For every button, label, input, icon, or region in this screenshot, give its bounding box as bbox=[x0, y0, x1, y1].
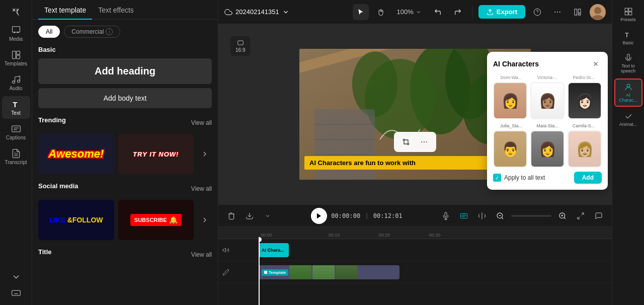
comment-btn[interactable] bbox=[592, 209, 606, 223]
ai-char-img-2: 👩🏽 bbox=[531, 83, 564, 118]
ai-char-card-6[interactable]: 👩🏼 bbox=[568, 130, 602, 168]
svg-point-67 bbox=[627, 84, 630, 87]
svg-rect-5 bbox=[16, 55, 20, 59]
playhead[interactable] bbox=[259, 239, 260, 305]
sidebar-item-logo[interactable] bbox=[2, 4, 30, 20]
sidebar-item-audio[interactable]: Audio bbox=[2, 71, 30, 94]
animate-label: Animat... bbox=[619, 122, 637, 127]
trending-card-2[interactable]: TRY IT NOW! bbox=[118, 134, 194, 174]
redo-btn[interactable] bbox=[450, 4, 466, 20]
comment-icon bbox=[595, 212, 603, 220]
sidebar-item-transcript[interactable]: Transcript bbox=[2, 145, 30, 168]
import-btn[interactable] bbox=[243, 209, 257, 223]
trending-grid: Awesome! TRY IT NOW! bbox=[38, 134, 212, 174]
title-section-title: Title bbox=[38, 248, 52, 256]
social-next-arrow[interactable] bbox=[198, 200, 212, 240]
ai-panel-close-btn[interactable] bbox=[590, 58, 602, 70]
aspect-ratio-btn[interactable]: 16:9 bbox=[230, 36, 250, 56]
right-sidebar-tts[interactable]: Text to speech bbox=[614, 50, 642, 77]
undo-btn[interactable] bbox=[430, 4, 446, 20]
ai-char-names-row2: Julia_Sta... Maia-Sta... Camila-S... bbox=[493, 123, 602, 128]
svg-rect-26 bbox=[578, 9, 581, 13]
trending-card-1[interactable]: Awesome! bbox=[38, 134, 114, 174]
pencil-icon bbox=[222, 269, 229, 276]
add-body-btn[interactable]: Add body text bbox=[38, 88, 212, 108]
ai-char-img-3: 👩🏻 bbox=[569, 83, 601, 118]
track-label-pencil bbox=[218, 261, 259, 283]
zoom-in-btn[interactable] bbox=[555, 209, 570, 223]
social-card-2[interactable]: SUBSCRIBE 🔔 bbox=[118, 200, 194, 240]
svg-point-22 bbox=[554, 12, 555, 13]
crop-btn[interactable] bbox=[399, 135, 413, 149]
right-sidebar-presets[interactable]: Presets bbox=[614, 4, 642, 25]
social-view-all[interactable]: View all bbox=[191, 185, 212, 192]
right-sidebar-basic[interactable]: T Basic bbox=[614, 27, 642, 48]
export-btn[interactable]: Export bbox=[478, 5, 525, 19]
template-clip[interactable]: Template bbox=[259, 265, 399, 279]
apply-all-row[interactable]: ✓ Apply to all text bbox=[493, 174, 545, 182]
mic-btn[interactable] bbox=[439, 209, 453, 223]
right-sidebar-ai-chars[interactable]: AI Charac... bbox=[614, 79, 642, 107]
sidebar-media-label: Media bbox=[9, 36, 23, 42]
select-tool-btn[interactable] bbox=[353, 4, 369, 20]
play-btn[interactable] bbox=[311, 208, 327, 224]
ai-char-card-4[interactable]: 👨 bbox=[493, 130, 527, 168]
char-name-5: Maia-Sta... bbox=[530, 123, 565, 128]
add-heading-btn[interactable]: Add heading bbox=[38, 58, 212, 84]
zoom-out-btn[interactable] bbox=[493, 209, 507, 223]
layout-btn[interactable] bbox=[570, 4, 586, 20]
canvas-more-icon bbox=[420, 138, 428, 146]
basic-section-title: Basic bbox=[38, 46, 212, 53]
basic-label: Basic bbox=[622, 40, 633, 45]
sidebar-item-templates[interactable]: Templates bbox=[2, 47, 30, 69]
ai-clip[interactable]: AI Chara... bbox=[259, 243, 289, 257]
apply-all-checkbox[interactable]: ✓ bbox=[493, 174, 501, 182]
import-icon bbox=[246, 212, 254, 220]
trending-next-arrow[interactable] bbox=[198, 134, 212, 174]
timeline-controls: 00:00:00 | 00:12:01 bbox=[218, 205, 612, 227]
ai-add-btn[interactable]: Add bbox=[574, 172, 602, 184]
right-sidebar-animate[interactable]: Animat... bbox=[614, 109, 642, 130]
svg-line-58 bbox=[581, 213, 584, 215]
help-btn[interactable] bbox=[529, 4, 545, 20]
zoom-control[interactable]: 100% bbox=[393, 8, 426, 16]
filter-commercial-btn[interactable]: Commercial i bbox=[64, 26, 120, 38]
project-name[interactable]: 202402141351 bbox=[224, 8, 289, 16]
split-btn[interactable] bbox=[475, 209, 489, 223]
import-arrow-btn[interactable] bbox=[261, 209, 275, 223]
zoom-slider[interactable] bbox=[511, 215, 551, 217]
filter-all-btn[interactable]: All bbox=[38, 26, 60, 38]
ai-char-card-1[interactable]: 👩 bbox=[493, 82, 527, 119]
sidebar-keyboard-btn[interactable] bbox=[2, 285, 30, 301]
delete-icon bbox=[227, 212, 235, 220]
export-icon bbox=[487, 9, 494, 16]
title-view-all[interactable]: View all bbox=[191, 251, 212, 258]
more-btn[interactable] bbox=[549, 4, 566, 20]
social-card-1[interactable]: LIKE &FOLLOW bbox=[38, 200, 114, 240]
canvas-area: 16:9 bbox=[218, 24, 612, 204]
sidebar-item-media[interactable]: Media bbox=[2, 22, 30, 45]
avatar[interactable] bbox=[590, 4, 606, 20]
ai-char-card-3[interactable]: 👩🏻 bbox=[568, 82, 602, 119]
tab-text-effects[interactable]: Text effects bbox=[92, 0, 140, 19]
track-label-volume bbox=[218, 239, 259, 261]
delete-clip-btn[interactable] bbox=[224, 209, 238, 223]
ai-char-card-2[interactable]: 👩🏽 bbox=[530, 82, 565, 119]
fullscreen-btn[interactable] bbox=[574, 209, 588, 223]
sidebar-item-text[interactable]: T Text bbox=[2, 96, 30, 119]
captions-btn[interactable] bbox=[457, 209, 471, 223]
canvas-more-btn[interactable] bbox=[417, 135, 431, 149]
hand-tool-btn[interactable] bbox=[373, 4, 389, 20]
crop-icon bbox=[402, 138, 410, 146]
sidebar-item-captions[interactable]: Captions bbox=[2, 121, 30, 143]
svg-text:T: T bbox=[13, 100, 17, 109]
hand-icon bbox=[377, 8, 385, 16]
sidebar-expand-btn[interactable] bbox=[2, 269, 30, 285]
tab-text-template[interactable]: Text template bbox=[38, 0, 92, 19]
captions-icon bbox=[460, 212, 468, 220]
ai-char-card-5[interactable]: 👩 bbox=[530, 130, 565, 168]
ai-characters-panel: AI Characters Dom-Wa... Victoria-... Ped… bbox=[487, 52, 608, 190]
svg-line-52 bbox=[502, 217, 503, 219]
track-row-template: Template bbox=[259, 261, 612, 283]
trending-view-all[interactable]: View all bbox=[191, 119, 212, 126]
